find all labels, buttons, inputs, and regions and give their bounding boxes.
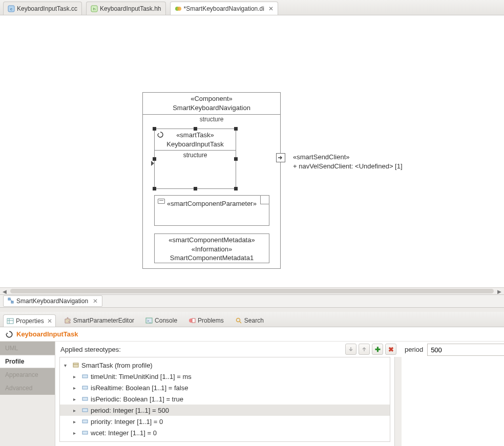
svg-rect-24 — [82, 409, 88, 412]
tree-row[interactable]: ▸ isRealtime: Boolean [1..1] = false — [60, 382, 390, 393]
value-label: period — [405, 344, 423, 353]
category-profile[interactable]: Profile — [0, 355, 55, 368]
property-icon — [81, 429, 89, 436]
scroll-left-icon[interactable]: ◄ — [1, 288, 8, 294]
expand-icon[interactable]: ▸ — [73, 374, 79, 379]
svg-rect-22 — [82, 386, 88, 389]
metadata-stereotype1: «smartComponentMetadata» — [156, 236, 268, 245]
component-box[interactable]: «Component» SmartKeyboardNavigation stru… — [142, 92, 281, 269]
svg-point-5 — [177, 7, 181, 11]
close-icon[interactable]: ✕ — [47, 317, 52, 325]
component-header: «Component» SmartKeyboardNavigation — [143, 93, 280, 115]
add-button[interactable]: ✚ — [372, 344, 383, 355]
v-scrollbar[interactable] — [394, 357, 402, 446]
tree-row[interactable]: ▸ priority: Integer [1..1] = 0 — [60, 416, 390, 427]
cycle-icon — [157, 131, 164, 138]
stereotype-icon — [72, 362, 79, 369]
resize-handle[interactable] — [194, 187, 197, 190]
resize-handle[interactable] — [234, 127, 238, 131]
papyrus-icon — [175, 5, 182, 12]
tree-row[interactable]: ▸ isPeriodic: Boolean [1..1] = true — [60, 393, 390, 405]
expand-icon[interactable]: ▸ — [73, 408, 79, 413]
tree-row[interactable]: ▸ timeUnit: TimeUnitKind [1..1] = ms — [60, 371, 390, 382]
svg-rect-26 — [82, 431, 88, 434]
value-pane: period — [402, 342, 504, 446]
diagram-canvas[interactable]: «Component» SmartKeyboardNavigation stru… — [0, 15, 504, 287]
search-icon — [235, 317, 242, 324]
category-uml[interactable]: UML — [0, 342, 55, 355]
svg-rect-10 — [7, 318, 13, 324]
editor-tab-hh[interactable]: h KeyboardInputTask.hh — [86, 2, 165, 15]
editor-tab-label: KeyboardInputTask.hh — [100, 5, 161, 12]
port-box[interactable] — [276, 153, 285, 162]
panel-tab-label: Problems — [198, 317, 224, 324]
list-icon — [158, 199, 165, 204]
stereotype-tree[interactable]: ▾ SmartTask (from profile) ▸ timeUnit: T… — [59, 357, 390, 442]
value-input[interactable] — [427, 344, 504, 356]
resize-handle[interactable] — [153, 127, 156, 131]
stereotype-toolbar: Applied stereotypes: ✚ ✖ — [55, 342, 402, 357]
smarttask-compartment-label: structure — [155, 151, 236, 160]
smarttask-stereotype: «smartTask» — [155, 131, 236, 140]
move-up-button[interactable] — [359, 344, 370, 355]
close-icon[interactable]: ✕ — [93, 298, 98, 305]
tab-properties[interactable]: Properties ✕ — [3, 314, 56, 327]
h-file-icon: h — [91, 5, 98, 12]
resize-handle[interactable] — [153, 157, 156, 161]
port-arrow-icon — [278, 155, 284, 161]
metadata-box[interactable]: «smartComponentMetadata» «Information» S… — [154, 233, 269, 263]
editor-tab-cc[interactable]: c KeyboardInputTask.cc — [3, 2, 82, 15]
expand-icon[interactable]: ▸ — [73, 385, 79, 391]
diagram-icon — [8, 298, 14, 305]
tab-problems[interactable]: Problems — [185, 314, 227, 327]
tree-label: priority: Integer [1..1] = 0 — [91, 418, 163, 426]
category-appearance[interactable]: Appearance — [0, 368, 55, 381]
collapse-icon[interactable]: ▾ — [64, 363, 70, 368]
smarttask-box[interactable]: «smartTask» KeyboardInputTask structure — [154, 129, 236, 189]
diagram-tab[interactable]: SmartKeyboardNavigation ✕ — [3, 295, 102, 307]
bottom-panel: Properties ✕ SmartParameterEditor >_ Con… — [0, 308, 504, 446]
svg-rect-7 — [8, 298, 10, 300]
move-down-button[interactable] — [345, 344, 356, 355]
remove-button[interactable]: ✖ — [385, 344, 396, 355]
tab-smart-parameter-editor[interactable]: SmartParameterEditor — [61, 314, 137, 327]
port-label: «smartSendClient» + navVelSendClient: <U… — [293, 153, 403, 171]
parameter-note[interactable]: «smartComponentParameter» — [154, 195, 269, 226]
h-scrollbar[interactable]: ◄ ► — [0, 287, 504, 294]
port-signature: + navVelSendClient: <Undefined> [1] — [293, 162, 403, 171]
scroll-thumb[interactable] — [10, 289, 494, 293]
expand-icon[interactable]: ▸ — [73, 430, 79, 436]
category-advanced[interactable]: Advanced — [0, 381, 55, 395]
tree-label: timeUnit: TimeUnitKind [1..1] = ms — [91, 373, 192, 380]
editor-tab-di[interactable]: *SmartKeyboardNavigation.di ✕ — [170, 2, 278, 15]
puzzle-icon — [64, 317, 71, 324]
parameter-stereotype: «smartComponentParameter» — [159, 200, 265, 207]
resize-handle[interactable] — [234, 157, 238, 161]
c-file-icon: c — [8, 5, 15, 12]
svg-text:c: c — [10, 7, 12, 11]
resize-handle[interactable] — [153, 187, 156, 190]
smarttask-header: «smartTask» KeyboardInputTask — [155, 129, 236, 151]
stereotype-pane: Applied stereotypes: ✚ ✖ — [55, 342, 402, 446]
diagram-tabs: SmartKeyboardNavigation ✕ — [0, 294, 504, 308]
tab-search[interactable]: Search — [232, 314, 267, 327]
svg-rect-16 — [192, 318, 195, 323]
resize-handle[interactable] — [194, 127, 197, 131]
resize-handle[interactable] — [234, 187, 238, 190]
tab-console[interactable]: >_ Console — [142, 314, 180, 327]
port-anchor-icon — [151, 161, 154, 166]
svg-rect-23 — [82, 397, 88, 400]
scroll-right-icon[interactable]: ► — [496, 288, 503, 294]
panel-tab-label: Console — [155, 317, 177, 324]
component-stereotype: «Component» — [143, 94, 280, 103]
diagram-tab-label: SmartKeyboardNavigation — [16, 298, 88, 305]
expand-icon[interactable]: ▸ — [73, 396, 79, 402]
close-icon[interactable]: ✕ — [268, 5, 274, 12]
expand-icon[interactable]: ▸ — [73, 419, 79, 424]
metadata-name: SmartComponentMetadata1 — [156, 253, 268, 263]
tree-row-selected[interactable]: ▸ period: Integer [1..1] = 500 — [60, 405, 390, 416]
tree-row[interactable]: ▸ wcet: Integer [1..1] = 0 — [60, 427, 390, 438]
tree-root[interactable]: ▾ SmartTask (from profile) — [60, 359, 390, 371]
cycle-icon — [5, 330, 13, 338]
svg-text:h: h — [93, 7, 95, 11]
